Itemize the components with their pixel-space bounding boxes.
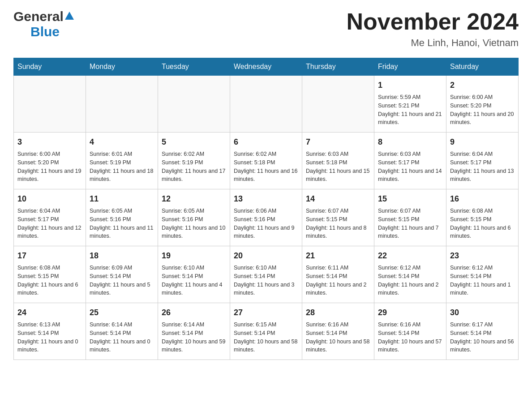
day-info: Sunrise: 6:04 AMSunset: 5:17 PMDaylight:… (450, 150, 515, 184)
day-info: Sunrise: 6:02 AMSunset: 5:18 PMDaylight:… (234, 150, 298, 184)
logo-triangle-icon (65, 12, 74, 20)
col-monday: Monday (86, 58, 158, 76)
day-number: 8 (378, 136, 442, 148)
calendar-cell: 3Sunrise: 6:00 AMSunset: 5:20 PMDaylight… (14, 133, 86, 189)
calendar-table: Sunday Monday Tuesday Wednesday Thursday… (13, 58, 519, 360)
logo-blue-row: Blue (30, 24, 60, 39)
day-number: 4 (90, 136, 154, 148)
calendar-cell: 9Sunrise: 6:04 AMSunset: 5:17 PMDaylight… (446, 133, 519, 189)
calendar-cell (86, 76, 158, 133)
day-number: 2 (450, 79, 515, 91)
day-info: Sunrise: 6:08 AMSunset: 5:15 PMDaylight:… (17, 264, 82, 297)
calendar-cell: 21Sunrise: 6:11 AMSunset: 5:14 PMDayligh… (302, 246, 374, 303)
calendar-cell (14, 76, 86, 133)
calendar-cell: 10Sunrise: 6:04 AMSunset: 5:17 PMDayligh… (14, 189, 86, 246)
day-number: 10 (17, 193, 82, 205)
col-sunday: Sunday (14, 58, 86, 76)
title-section: November 2024 Me Linh, Hanoi, Vietnam (347, 9, 519, 49)
day-number: 26 (162, 307, 226, 319)
day-info: Sunrise: 6:14 AMSunset: 5:14 PMDaylight:… (162, 321, 226, 354)
day-info: Sunrise: 6:00 AMSunset: 5:20 PMDaylight:… (450, 93, 515, 127)
calendar-cell: 22Sunrise: 6:12 AMSunset: 5:14 PMDayligh… (374, 246, 446, 303)
calendar-cell: 28Sunrise: 6:16 AMSunset: 5:14 PMDayligh… (302, 303, 374, 360)
day-number: 20 (234, 250, 298, 262)
col-tuesday: Tuesday (158, 58, 230, 76)
day-info: Sunrise: 6:14 AMSunset: 5:14 PMDaylight:… (90, 321, 154, 354)
calendar-cell: 30Sunrise: 6:17 AMSunset: 5:14 PMDayligh… (446, 303, 519, 360)
day-number: 17 (17, 250, 82, 262)
logo-general-text: General (13, 9, 64, 24)
calendar-cell: 26Sunrise: 6:14 AMSunset: 5:14 PMDayligh… (158, 303, 230, 360)
calendar-cell: 11Sunrise: 6:05 AMSunset: 5:16 PMDayligh… (86, 189, 158, 246)
calendar-cell: 20Sunrise: 6:10 AMSunset: 5:14 PMDayligh… (230, 246, 302, 303)
calendar-cell: 6Sunrise: 6:02 AMSunset: 5:18 PMDaylight… (230, 133, 302, 189)
col-saturday: Saturday (446, 58, 519, 76)
day-number: 5 (162, 136, 226, 148)
day-number: 6 (234, 136, 298, 148)
day-info: Sunrise: 6:00 AMSunset: 5:20 PMDaylight:… (17, 150, 82, 184)
calendar-cell: 18Sunrise: 6:09 AMSunset: 5:14 PMDayligh… (86, 246, 158, 303)
calendar-week-2: 3Sunrise: 6:00 AMSunset: 5:20 PMDaylight… (14, 133, 519, 189)
logo: General Blue (13, 9, 74, 39)
day-number: 21 (306, 250, 370, 262)
calendar-cell (230, 76, 302, 133)
col-wednesday: Wednesday (230, 58, 302, 76)
day-info: Sunrise: 6:03 AMSunset: 5:18 PMDaylight:… (306, 150, 370, 184)
day-info: Sunrise: 6:03 AMSunset: 5:17 PMDaylight:… (378, 150, 442, 184)
calendar-cell: 13Sunrise: 6:06 AMSunset: 5:16 PMDayligh… (230, 189, 302, 246)
day-info: Sunrise: 6:06 AMSunset: 5:16 PMDaylight:… (234, 207, 298, 240)
calendar-cell: 8Sunrise: 6:03 AMSunset: 5:17 PMDaylight… (374, 133, 446, 189)
calendar-cell: 25Sunrise: 6:14 AMSunset: 5:14 PMDayligh… (86, 303, 158, 360)
day-info: Sunrise: 5:59 AMSunset: 5:21 PMDaylight:… (378, 93, 442, 127)
day-number: 9 (450, 136, 515, 148)
day-info: Sunrise: 6:10 AMSunset: 5:14 PMDaylight:… (234, 264, 298, 297)
calendar-cell: 4Sunrise: 6:01 AMSunset: 5:19 PMDaylight… (86, 133, 158, 189)
location: Me Linh, Hanoi, Vietnam (347, 37, 519, 49)
calendar-cell: 24Sunrise: 6:13 AMSunset: 5:14 PMDayligh… (14, 303, 86, 360)
day-info: Sunrise: 6:15 AMSunset: 5:14 PMDaylight:… (234, 321, 298, 354)
calendar-cell (158, 76, 230, 133)
day-number: 19 (162, 250, 226, 262)
day-info: Sunrise: 6:09 AMSunset: 5:14 PMDaylight:… (90, 264, 154, 297)
calendar-cell: 1Sunrise: 5:59 AMSunset: 5:21 PMDaylight… (374, 76, 446, 133)
day-number: 25 (90, 307, 154, 319)
calendar-cell: 15Sunrise: 6:07 AMSunset: 5:15 PMDayligh… (374, 189, 446, 246)
day-number: 15 (378, 193, 442, 205)
day-info: Sunrise: 6:12 AMSunset: 5:14 PMDaylight:… (450, 264, 515, 297)
day-info: Sunrise: 6:05 AMSunset: 5:16 PMDaylight:… (90, 207, 154, 240)
calendar-cell: 2Sunrise: 6:00 AMSunset: 5:20 PMDaylight… (446, 76, 519, 133)
calendar-cell: 12Sunrise: 6:05 AMSunset: 5:16 PMDayligh… (158, 189, 230, 246)
day-info: Sunrise: 6:05 AMSunset: 5:16 PMDaylight:… (162, 207, 226, 240)
day-number: 16 (450, 193, 515, 205)
calendar-cell: 16Sunrise: 6:08 AMSunset: 5:15 PMDayligh… (446, 189, 519, 246)
day-number: 13 (234, 193, 298, 205)
day-number: 11 (90, 193, 154, 205)
day-number: 23 (450, 250, 515, 262)
calendar-cell: 27Sunrise: 6:15 AMSunset: 5:14 PMDayligh… (230, 303, 302, 360)
day-number: 24 (17, 307, 82, 319)
day-number: 29 (378, 307, 442, 319)
day-number: 30 (450, 307, 515, 319)
calendar-week-5: 24Sunrise: 6:13 AMSunset: 5:14 PMDayligh… (14, 303, 519, 360)
day-info: Sunrise: 6:12 AMSunset: 5:14 PMDaylight:… (378, 264, 442, 297)
calendar-cell: 19Sunrise: 6:10 AMSunset: 5:14 PMDayligh… (158, 246, 230, 303)
day-info: Sunrise: 6:17 AMSunset: 5:14 PMDaylight:… (450, 321, 515, 354)
calendar-week-1: 1Sunrise: 5:59 AMSunset: 5:21 PMDaylight… (14, 76, 519, 133)
day-number: 18 (90, 250, 154, 262)
day-number: 1 (378, 79, 442, 91)
calendar-week-3: 10Sunrise: 6:04 AMSunset: 5:17 PMDayligh… (14, 189, 519, 246)
logo-blue-text: Blue (30, 24, 60, 39)
day-info: Sunrise: 6:02 AMSunset: 5:19 PMDaylight:… (162, 150, 226, 184)
calendar-cell: 7Sunrise: 6:03 AMSunset: 5:18 PMDaylight… (302, 133, 374, 189)
calendar-header-row: Sunday Monday Tuesday Wednesday Thursday… (14, 58, 519, 76)
day-number: 3 (17, 136, 82, 148)
day-info: Sunrise: 6:16 AMSunset: 5:14 PMDaylight:… (306, 321, 370, 354)
calendar-week-4: 17Sunrise: 6:08 AMSunset: 5:15 PMDayligh… (14, 246, 519, 303)
calendar-cell: 14Sunrise: 6:07 AMSunset: 5:15 PMDayligh… (302, 189, 374, 246)
day-number: 22 (378, 250, 442, 262)
month-title: November 2024 (347, 9, 519, 34)
day-info: Sunrise: 6:01 AMSunset: 5:19 PMDaylight:… (90, 150, 154, 184)
col-thursday: Thursday (302, 58, 374, 76)
calendar-cell: 17Sunrise: 6:08 AMSunset: 5:15 PMDayligh… (14, 246, 86, 303)
calendar-cell: 5Sunrise: 6:02 AMSunset: 5:19 PMDaylight… (158, 133, 230, 189)
